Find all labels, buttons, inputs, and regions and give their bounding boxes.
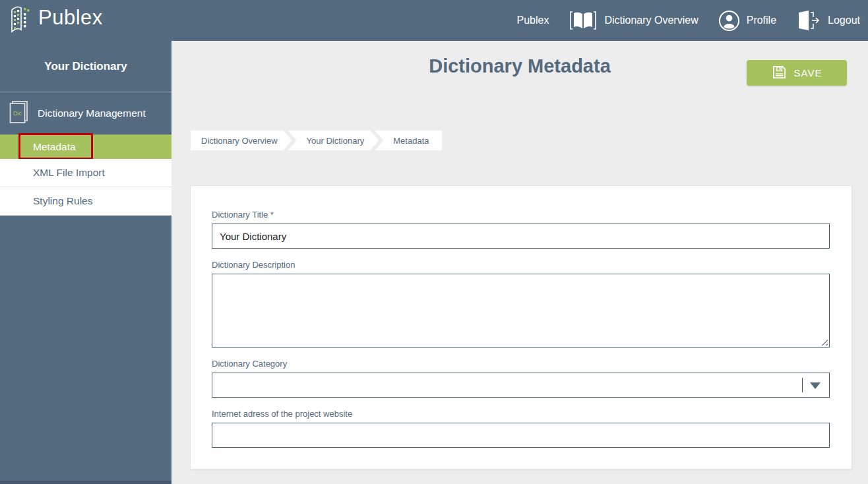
navbar-links: Publex Dictionary Overview: [517, 10, 868, 32]
top-navbar: Publex Publex Dictionary Overview: [0, 0, 868, 41]
dictionary-category-select[interactable]: [212, 373, 830, 398]
sidebar-item-metadata[interactable]: Metadata: [0, 135, 171, 159]
dictionary-title-input[interactable]: [212, 224, 830, 249]
profile-icon: [718, 10, 740, 32]
navbar-link-logout[interactable]: Logout: [796, 10, 860, 31]
navbar-link-profile[interactable]: Profile: [718, 10, 776, 32]
sidebar-item-label: Styling Rules: [33, 195, 92, 207]
dictionary-category-label: Dictionary Category: [212, 359, 830, 369]
svg-text:Dic: Dic: [13, 109, 22, 117]
dic-book-icon: Dic: [9, 100, 28, 127]
sidebar-item-dictionary-management[interactable]: Dic Dictionary Management: [0, 92, 171, 135]
save-button-label: SAVE: [794, 67, 822, 78]
navbar-link-label: Dictionary Overview: [604, 15, 698, 26]
navbar-link-label: Profile: [747, 15, 776, 26]
logo-text: Publex: [38, 3, 103, 32]
logo[interactable]: Publex: [0, 3, 103, 38]
sidebar-item-xml-file-import[interactable]: XML File Import: [0, 159, 171, 187]
save-button[interactable]: SAVE: [747, 60, 847, 86]
metadata-form-card: Dictionary Title * Dictionary Descriptio…: [190, 185, 852, 469]
navbar-link-label: Logout: [828, 15, 860, 26]
sidebar-item-label: Metadata: [33, 141, 76, 153]
open-book-icon: [569, 10, 598, 31]
field-project-website: Internet adress of the project website: [212, 409, 830, 448]
sidebar-item-styling-rules[interactable]: Styling Rules: [0, 187, 171, 216]
breadcrumb-metadata[interactable]: Metadata: [375, 131, 442, 150]
dropdown-caret-icon: [810, 382, 821, 389]
project-website-input[interactable]: [212, 423, 830, 448]
dictionary-description-label: Dictionary Description: [212, 260, 830, 270]
sidebar: Your Dictionary Dic Dictionary Managemen…: [0, 41, 171, 484]
breadcrumb-your-dictionary[interactable]: Your Dictionary: [288, 131, 379, 150]
app-root: Publex Publex Dictionary Overview: [0, 0, 868, 484]
sidebar-item-label: XML File Import: [33, 167, 105, 179]
field-dictionary-description: Dictionary Description: [212, 260, 830, 348]
dictionary-description-textarea[interactable]: [212, 274, 830, 348]
breadcrumb-dictionary-overview[interactable]: Dictionary Overview: [191, 131, 292, 150]
navbar-site-label: Publex: [517, 15, 549, 26]
navbar-link-dictionary-overview[interactable]: Dictionary Overview: [569, 10, 698, 31]
logo-icon: [7, 3, 37, 38]
logout-icon: [796, 10, 821, 31]
sidebar-dictionary-title: Your Dictionary: [0, 41, 171, 92]
dictionary-title-label: Dictionary Title *: [212, 210, 830, 220]
field-dictionary-title: Dictionary Title *: [212, 210, 830, 249]
sidebar-section-label: Dictionary Management: [38, 107, 146, 119]
breadcrumb: Dictionary Overview Your Dictionary Meta…: [191, 131, 442, 150]
project-website-label: Internet adress of the project website: [212, 409, 830, 419]
field-dictionary-category: Dictionary Category: [212, 359, 830, 398]
select-divider: [802, 378, 803, 392]
main-content: Dictionary Metadata SAVE Dictionary Over…: [171, 41, 868, 484]
save-icon: [772, 65, 787, 82]
